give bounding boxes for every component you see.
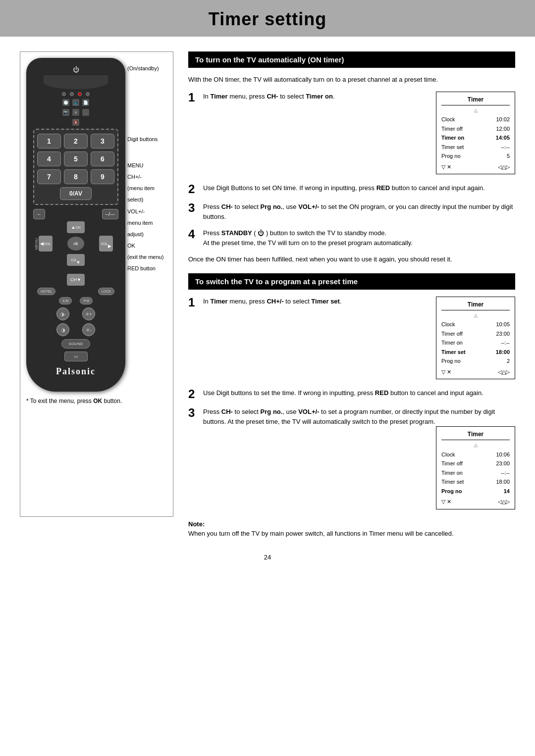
timer-nav-1: ▽ ✕ ◁△▷ — [441, 163, 510, 171]
ch-up-btn[interactable]: ▲CH — [67, 221, 85, 233]
brightness-plus-btn[interactable]: ✳+ — [82, 307, 95, 320]
contrast-minus-btn[interactable]: ◑- — [56, 307, 69, 320]
ch-down-large-btn[interactable]: CH▼ — [67, 274, 85, 286]
step3-num: 3 — [188, 202, 198, 214]
t2-value-prog: 2 — [507, 357, 510, 365]
section2-header: To switch the TV to a program at a prese… — [188, 273, 515, 290]
btn-4[interactable]: 4 — [37, 151, 61, 166]
menu-icon: ≡ — [72, 109, 79, 116]
return-btn[interactable]: ← — [33, 209, 45, 219]
ann-ok: OK — [127, 240, 167, 252]
timer-row-clock: Clock 10:02 — [441, 115, 510, 124]
page-header: Timer setting — [0, 0, 535, 37]
step3-content: Press CH- to select Prg no., use VOL+/- … — [203, 202, 515, 221]
brand-label: Palsonic — [33, 366, 118, 377]
t3-row-set: Timer set 18:00 — [441, 477, 510, 487]
btn-8[interactable]: 8 — [64, 169, 88, 184]
timer-box-2: Timer △ Clock 10:05 Timer off 23:00 Time… — [436, 297, 515, 380]
sensor-4 — [86, 92, 90, 96]
timer-box-1-triangle: △ — [441, 107, 510, 114]
ann-red: RED button — [127, 263, 167, 274]
t3-label-on: Timer on — [441, 469, 463, 477]
btn-5[interactable]: 5 — [64, 151, 88, 166]
brightness-row: ◑- ✳+ — [56, 307, 95, 320]
vol-up-btn[interactable]: VOL▶ — [99, 236, 113, 252]
btn-6[interactable]: 6 — [91, 151, 114, 166]
t2-label-clock: Clock — [441, 320, 455, 329]
right-column: To turn on the TV automatically (ON time… — [188, 51, 515, 539]
btn-9[interactable]: 9 — [91, 169, 114, 184]
ann-ch-sub: (menu item — [127, 183, 167, 194]
timer-row-set: Timer set --:-- — [441, 143, 510, 152]
main-content: ⏻ — [0, 51, 535, 539]
section1-followup: Once the ON timer has been fulfilled, ne… — [188, 254, 515, 264]
bottom-btns: ◑- ✳+ ◑ ✳- SOUND ▭ — [33, 307, 118, 361]
standby-area: ⏻ — [33, 66, 118, 73]
t2-row-set: Timer set 18:00 — [441, 348, 510, 357]
nav-cluster: ▲CH CH▼ ◀VOL VOL▶ ok — [39, 221, 113, 266]
dash-btn[interactable]: --/--- — [102, 209, 118, 219]
page-title: Timer setting — [0, 9, 535, 30]
screen-btn[interactable]: ▭ — [64, 352, 88, 361]
contrast-btn[interactable]: ◑ — [56, 323, 69, 336]
btn-7[interactable]: 7 — [37, 169, 61, 184]
t2-label-set: Timer set — [441, 348, 466, 356]
t3-value-set: 18:00 — [496, 478, 510, 486]
s2-step1-num: 1 — [188, 297, 198, 308]
remote-box: ⏻ — [20, 51, 173, 517]
clock-icon: 🕐 — [62, 99, 69, 106]
ok-btn[interactable]: ok — [67, 237, 84, 251]
step1-num: 1 — [188, 92, 198, 103]
ann-vol-sub: menu item — [127, 217, 167, 229]
t3-value-clock: 10:06 — [496, 451, 510, 459]
remote-footnote: * To exit the menu, press OK button. — [26, 398, 167, 404]
note-text: When you turn off the TV by main power s… — [188, 530, 454, 537]
hotel-lock-row: HOTEL LOCK — [37, 288, 114, 295]
section1-intro: With the ON timer, the TV will automatic… — [188, 75, 515, 85]
btn-3[interactable]: 3 — [91, 134, 114, 149]
remote-annotations: (On/standby) Digit buttons MENU CH+/- (m… — [125, 58, 167, 392]
timer-box-3-triangle: △ — [441, 442, 510, 449]
timer-value-set: --:-- — [501, 143, 510, 151]
t2-value-off: 23:00 — [496, 330, 510, 338]
sensor-row — [33, 92, 118, 96]
s2-step2: 2 Use Digit buttons to set the time. If … — [188, 388, 515, 400]
btn-2[interactable]: 2 — [64, 134, 88, 149]
brightness-btn[interactable]: ✳- — [82, 323, 95, 336]
icon-row: 🕐 📺 📄 — [33, 99, 118, 106]
timer-box-1-title: Timer — [441, 95, 510, 105]
sm-pm-row: S.M P.M — [33, 297, 118, 304]
note-block: Note: When you turn off the TV by main p… — [188, 519, 515, 539]
doc-icon: 📄 — [82, 99, 89, 106]
t3-label-clock: Clock — [441, 451, 455, 459]
standby-icon: ⏻ — [73, 66, 79, 73]
s2-step1: 1 In Timer menu, press CH+/- to select T… — [188, 297, 515, 382]
pm-btn[interactable]: P.M — [80, 297, 93, 304]
ann-ok-sub: (exit the menu) — [127, 252, 167, 263]
timer-value-on: 14:05 — [496, 134, 510, 142]
timer-label-on: Timer on — [441, 134, 464, 142]
hotel-btn[interactable]: HOTEL — [37, 288, 55, 295]
sensor-1 — [62, 92, 66, 96]
menu-label: MENU — [34, 238, 39, 250]
step2-content: Use Digit Buttons to set ON time. If wro… — [203, 183, 510, 193]
t2-nav-left: ▽ ✕ — [441, 368, 451, 376]
timer-box-2-title: Timer — [441, 300, 510, 310]
btn-zero-av[interactable]: 0/AV — [60, 187, 92, 200]
s2-step1-content: In Timer menu, press CH+/- to select Tim… — [203, 297, 515, 382]
vol-down-btn[interactable]: ◀VOL — [39, 236, 53, 252]
page-number: 24 — [0, 554, 535, 571]
btn-1[interactable]: 1 — [37, 134, 61, 149]
step1-content: In Timer menu, press CH- to select Timer… — [203, 92, 515, 177]
timer-row-prog: Prog no 5 — [441, 151, 510, 161]
sound-btn[interactable]: SOUND — [61, 339, 91, 349]
numpad-grid: 1 2 3 4 5 6 7 8 9 — [37, 134, 114, 184]
t3-row-on: Timer on --:-- — [441, 468, 510, 478]
timer-label-set: Timer set — [441, 143, 464, 151]
ann-on-standby: (On/standby) — [127, 63, 167, 74]
sm-btn[interactable]: S.M — [59, 297, 72, 304]
lock-btn[interactable]: LOCK — [98, 288, 114, 295]
ch-down-btn[interactable]: CH▼ — [67, 254, 85, 266]
t3-label-set: Timer set — [441, 478, 464, 486]
t3-row-off: Timer off 23:00 — [441, 459, 510, 468]
